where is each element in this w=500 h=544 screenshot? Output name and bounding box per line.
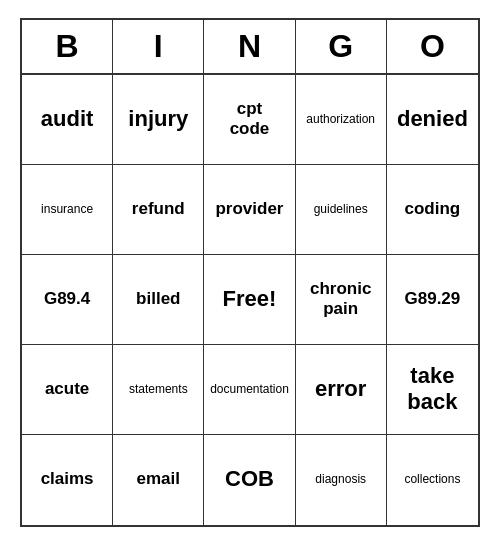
- cell-text: COB: [225, 466, 274, 492]
- bingo-cell: COB: [204, 435, 295, 525]
- bingo-cell: email: [113, 435, 204, 525]
- cell-text: Free!: [223, 286, 277, 312]
- bingo-cell: Free!: [204, 255, 295, 345]
- bingo-cell: authorization: [296, 75, 387, 165]
- header-letter: G: [296, 20, 387, 73]
- bingo-cell: G89.29: [387, 255, 478, 345]
- cell-text: authorization: [306, 112, 375, 126]
- header-letter: I: [113, 20, 204, 73]
- cell-text: refund: [132, 199, 185, 219]
- bingo-card: BINGO auditinjurycpt codeauthorizationde…: [20, 18, 480, 527]
- bingo-cell: diagnosis: [296, 435, 387, 525]
- bingo-cell: guidelines: [296, 165, 387, 255]
- cell-text: collections: [404, 472, 460, 486]
- cell-text: injury: [128, 106, 188, 132]
- bingo-cell: denied: [387, 75, 478, 165]
- bingo-cell: collections: [387, 435, 478, 525]
- bingo-cell: injury: [113, 75, 204, 165]
- bingo-cell: statements: [113, 345, 204, 435]
- bingo-grid: auditinjurycpt codeauthorizationdeniedin…: [22, 75, 478, 525]
- bingo-cell: G89.4: [22, 255, 113, 345]
- cell-text: diagnosis: [315, 472, 366, 486]
- cell-text: guidelines: [314, 202, 368, 216]
- bingo-header: BINGO: [22, 20, 478, 75]
- cell-text: G89.29: [405, 289, 461, 309]
- bingo-cell: error: [296, 345, 387, 435]
- cell-text: coding: [405, 199, 461, 219]
- bingo-cell: acute: [22, 345, 113, 435]
- header-letter: O: [387, 20, 478, 73]
- cell-text: error: [315, 376, 366, 402]
- bingo-cell: insurance: [22, 165, 113, 255]
- bingo-cell: claims: [22, 435, 113, 525]
- cell-text: cpt code: [230, 99, 270, 140]
- bingo-cell: documentation: [204, 345, 295, 435]
- cell-text: chronic pain: [310, 279, 371, 320]
- bingo-cell: chronic pain: [296, 255, 387, 345]
- cell-text: provider: [215, 199, 283, 219]
- bingo-cell: cpt code: [204, 75, 295, 165]
- cell-text: G89.4: [44, 289, 90, 309]
- bingo-cell: coding: [387, 165, 478, 255]
- cell-text: documentation: [210, 382, 289, 396]
- cell-text: claims: [41, 469, 94, 489]
- bingo-cell: refund: [113, 165, 204, 255]
- bingo-cell: provider: [204, 165, 295, 255]
- bingo-cell: audit: [22, 75, 113, 165]
- header-letter: N: [204, 20, 295, 73]
- cell-text: statements: [129, 382, 188, 396]
- cell-text: acute: [45, 379, 89, 399]
- cell-text: email: [137, 469, 180, 489]
- header-letter: B: [22, 20, 113, 73]
- cell-text: audit: [41, 106, 94, 132]
- bingo-cell: billed: [113, 255, 204, 345]
- cell-text: denied: [397, 106, 468, 132]
- cell-text: insurance: [41, 202, 93, 216]
- bingo-cell: take back: [387, 345, 478, 435]
- cell-text: billed: [136, 289, 180, 309]
- cell-text: take back: [407, 363, 457, 416]
